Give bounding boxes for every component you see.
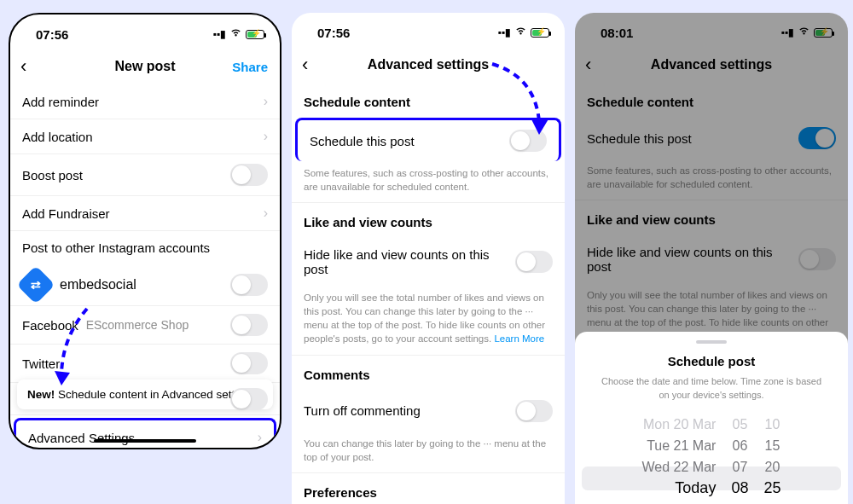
page-title: Advanced settings [368,57,489,72]
status-time: 07:56 [317,26,350,40]
status-time: 08:01 [601,26,633,40]
row-add-location[interactable]: Add location › [10,119,280,154]
section-preferences-header: Preferences [292,472,565,504]
signal-icon: ▪▪▮ [497,26,511,38]
chevron-right-icon: › [264,206,268,221]
status-time: 07:56 [36,27,68,42]
page-title: New post [114,59,175,74]
wifi-icon [798,26,810,38]
status-indicators: ▪▪▮ ⚡ [212,28,264,40]
picker-col-minute[interactable]: 10 15 20 25 30 35 [763,414,780,504]
row-add-fundraiser[interactable]: Add Fundraiser › [10,196,280,231]
row-boost-post[interactable]: Boost post [10,154,280,196]
status-bar: 07:56 ▪▪▮ ⚡ [10,14,280,49]
chevron-right-icon: › [264,94,268,109]
section-schedule-header: Schedule content [575,83,848,118]
battery-icon: ⚡ [246,30,264,39]
navbar: ‹ New post Share [10,49,280,84]
schedule-post-sheet: Schedule post Choose the date and time b… [575,332,848,504]
status-indicators: ▪▪▮ ⚡ [497,26,549,38]
picker-col-day[interactable]: Mon 20 Mar Tue 21 Mar Wed 22 Mar Today F… [642,414,717,504]
section-likes-header: Like and view counts [292,202,565,238]
row-twitter[interactable]: Twitter [10,345,280,383]
screen-schedule-sheet: 08:01 ▪▪▮ ⚡ ‹ Advanced settings Schedule… [575,13,848,504]
row-advanced-settings[interactable]: Advanced Settings › [14,418,276,449]
status-bar: 07:56 ▪▪▮ ⚡ [292,13,565,47]
back-icon[interactable]: ‹ [302,54,308,76]
learn-more-link[interactable]: Learn More [494,333,544,344]
page-title: Advanced settings [651,57,772,72]
row-facebook[interactable]: Facebook EScommerce Shop [10,306,280,345]
screen-advanced-settings: 07:56 ▪▪▮ ⚡ ‹ Advanced settings Schedule… [292,13,565,504]
tumblr-toggle[interactable] [230,388,268,410]
hide-likes-toggle[interactable] [798,248,836,270]
schedule-toggle[interactable] [509,130,547,152]
back-icon[interactable]: ‹ [585,54,591,76]
section-comments-header: Comments [292,355,565,391]
account-toggle[interactable] [230,274,268,296]
likes-description: Only you will see the total number of li… [292,286,565,354]
status-bar: 08:01 ▪▪▮ ⚡ [575,13,848,47]
facebook-toggle[interactable] [230,314,268,336]
twitter-toggle[interactable] [230,352,268,374]
battery-icon: ⚡ [814,28,833,38]
account-avatar-icon: ⇄ [16,265,55,304]
row-crosspost-header: Post to other Instagram accounts [10,231,280,264]
wifi-icon [514,26,527,38]
sheet-title: Schedule post [575,349,848,375]
navbar: ‹ Advanced settings [575,47,848,83]
back-icon[interactable]: ‹ [20,55,26,78]
sheet-handle[interactable] [696,340,727,344]
row-turn-off-commenting[interactable]: Turn off commenting [292,391,565,432]
navbar: ‹ Advanced settings [292,47,565,83]
row-schedule-this-post[interactable]: Schedule this post [295,118,561,161]
row-hide-likes[interactable]: Hide like and view counts on this post [292,238,565,286]
boost-toggle[interactable] [230,164,268,186]
sheet-description: Choose the date and time below. Time zon… [575,375,848,414]
section-likes-header: Like and view counts [575,200,848,235]
row-add-reminder[interactable]: Add reminder › [10,84,280,119]
schedule-toggle[interactable] [798,127,836,149]
chevron-right-icon: › [258,430,262,445]
share-button[interactable]: Share [232,60,268,74]
home-indicator [94,439,196,443]
chevron-right-icon: › [264,129,268,144]
screen-new-post: 07:56 ▪▪▮ ⚡ ‹ New post Share Add reminde… [9,13,281,449]
comments-description: You can change this later by going to th… [292,432,565,472]
status-indicators: ▪▪▮ ⚡ [780,26,833,38]
section-schedule-header: Schedule content [292,83,565,118]
signal-icon: ▪▪▮ [780,26,794,38]
schedule-description: Some features, such as cross-posting to … [575,159,848,200]
datetime-picker[interactable]: Mon 20 Mar Tue 21 Mar Wed 22 Mar Today F… [575,414,848,504]
wifi-icon [229,28,242,40]
row-schedule-this-post[interactable]: Schedule this post [575,118,848,159]
row-hide-likes[interactable]: Hide like and view counts on this post [575,235,848,283]
row-account-embedsocial[interactable]: ⇄ embedsocial [10,264,280,306]
picker-col-hour[interactable]: 05 06 07 08 09 10 [731,414,748,504]
schedule-description: Some features, such as cross-posting to … [292,161,565,202]
signal-icon: ▪▪▮ [212,28,226,40]
battery-icon: ⚡ [531,28,549,38]
hide-likes-toggle[interactable] [515,251,553,273]
commenting-toggle[interactable] [515,400,553,422]
